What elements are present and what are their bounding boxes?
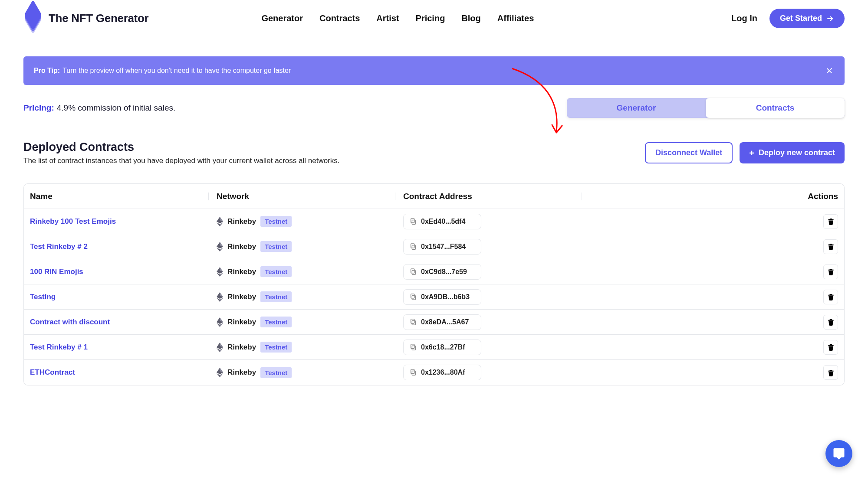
th-actions: Actions (590, 192, 838, 201)
nav-link-generator[interactable]: Generator (261, 13, 303, 23)
network-badge: Testnet (260, 342, 292, 353)
copy-icon (410, 294, 417, 300)
copy-address-button[interactable]: 0x6c18...27Bf (403, 340, 481, 355)
network-badge: Testnet (260, 216, 292, 227)
network-badge: Testnet (260, 266, 292, 277)
th-network: Network (217, 192, 403, 201)
pro-tip-banner: Pro Tip:Turn the preview off when you do… (23, 56, 845, 85)
trash-icon (827, 369, 835, 376)
delete-contract-button[interactable] (823, 340, 838, 355)
contract-address: 0x1547...F584 (421, 243, 466, 251)
page-title: Deployed Contracts (23, 140, 340, 154)
network-badge: Testnet (260, 367, 292, 378)
copy-icon (410, 344, 417, 351)
contract-address: 0xEd40...5df4 (421, 218, 465, 225)
copy-icon (410, 243, 417, 250)
disconnect-wallet-button[interactable]: Disconnect Wallet (645, 142, 733, 163)
page-subtitle: The list of contract instances that you … (23, 157, 340, 165)
copy-address-button[interactable]: 0xC9d8...7e59 (403, 264, 481, 280)
contract-address: 0x1236...80Af (421, 369, 465, 376)
pricing-value: 4.9% commission of initial sales. (57, 103, 176, 112)
contracts-table: Name Network Contract Address Actions Ri… (23, 183, 845, 385)
delete-contract-button[interactable] (823, 239, 838, 254)
toggle-contracts[interactable]: Contracts (706, 98, 845, 118)
toggle-generator[interactable]: Generator (567, 98, 706, 118)
pro-tip-text: Turn the preview off when you don't need… (62, 67, 291, 74)
brand[interactable]: The NFT Generator (23, 9, 148, 28)
contract-name-link[interactable]: Testing (30, 293, 56, 301)
th-address: Contract Address (403, 192, 590, 201)
contract-name-link[interactable]: Contract with discount (30, 318, 110, 326)
ethereum-icon (217, 292, 223, 302)
table-row: Test Rinkeby # 2 Rinkeby Testnet 0x1547.… (24, 234, 844, 259)
contract-address: 0x6c18...27Bf (421, 343, 465, 351)
trash-icon (827, 293, 835, 300)
view-toggle: Generator Contracts (567, 98, 845, 118)
copy-icon (410, 319, 417, 326)
network-name: Rinkeby (227, 318, 256, 327)
pricing-text: Pricing:4.9% commission of initial sales… (23, 103, 175, 113)
network-name: Rinkeby (227, 293, 256, 301)
ethereum-icon (217, 368, 223, 377)
delete-contract-button[interactable] (823, 315, 838, 330)
ethereum-icon (217, 343, 223, 352)
login-link[interactable]: Log In (731, 13, 757, 23)
delete-contract-button[interactable] (823, 365, 838, 380)
close-tip-button[interactable] (825, 64, 834, 77)
contract-address: 0x8eDA...5A67 (421, 318, 469, 326)
deploy-new-contract-label: Deploy new contract (759, 148, 835, 157)
table-row: Testing Rinkeby Testnet 0xA9DB...b6b3 (24, 284, 844, 310)
contract-name-link[interactable]: Test Rinkeby # 2 (30, 242, 88, 251)
table-row: Test Rinkeby # 1 Rinkeby Testnet 0x6c18.… (24, 335, 844, 360)
trash-icon (827, 318, 835, 326)
table-header: Name Network Contract Address Actions (24, 184, 844, 209)
th-name: Name (30, 192, 217, 201)
trash-icon (827, 243, 835, 250)
delete-contract-button[interactable] (823, 264, 838, 279)
navbar: The NFT Generator Generator Contracts Ar… (23, 0, 845, 37)
nav-right: Log In Get Started (731, 9, 845, 28)
nav-link-artist[interactable]: Artist (376, 13, 399, 23)
nav-link-contracts[interactable]: Contracts (319, 13, 360, 23)
copy-address-button[interactable]: 0xEd40...5df4 (403, 214, 481, 229)
network-name: Rinkeby (227, 242, 256, 251)
contract-address: 0xC9d8...7e59 (421, 268, 467, 276)
delete-contract-button[interactable] (823, 290, 838, 304)
nav-link-pricing[interactable]: Pricing (416, 13, 445, 23)
ethereum-icon (217, 242, 223, 251)
network-name: Rinkeby (227, 343, 256, 352)
contract-address: 0xA9DB...b6b3 (421, 293, 470, 301)
trash-icon (827, 343, 835, 351)
trash-icon (827, 268, 835, 275)
pricing-toggle-row: Pricing:4.9% commission of initial sales… (23, 98, 845, 118)
delete-contract-button[interactable] (823, 214, 838, 229)
copy-address-button[interactable]: 0x1236...80Af (403, 365, 481, 380)
contract-name-link[interactable]: ETHContract (30, 368, 75, 376)
nav-link-blog[interactable]: Blog (461, 13, 480, 23)
get-started-label: Get Started (780, 14, 822, 23)
contract-name-link[interactable]: 100 RIN Emojis (30, 268, 83, 276)
plus-icon: + (749, 149, 754, 157)
brand-name: The NFT Generator (49, 12, 148, 25)
contract-name-link[interactable]: Test Rinkeby # 1 (30, 343, 88, 351)
copy-address-button[interactable]: 0xA9DB...b6b3 (403, 289, 481, 305)
network-badge: Testnet (260, 291, 292, 302)
table-row: Contract with discount Rinkeby Testnet 0… (24, 310, 844, 335)
network-name: Rinkeby (227, 268, 256, 276)
copy-icon (410, 268, 417, 275)
copy-icon (410, 369, 417, 376)
network-name: Rinkeby (227, 368, 256, 377)
nav-link-affiliates[interactable]: Affiliates (497, 13, 534, 23)
nav-links: Generator Contracts Artist Pricing Blog … (261, 13, 534, 23)
logo-icon (23, 9, 43, 28)
trash-icon (827, 218, 835, 225)
close-icon (826, 68, 832, 74)
deploy-new-contract-button[interactable]: + Deploy new contract (740, 142, 845, 163)
pro-tip-label: Pro Tip: (34, 67, 60, 74)
copy-address-button[interactable]: 0x8eDA...5A67 (403, 314, 481, 330)
ethereum-icon (217, 267, 223, 277)
get-started-button[interactable]: Get Started (769, 9, 845, 28)
section-header: Deployed Contracts The list of contract … (23, 140, 845, 165)
contract-name-link[interactable]: Rinkeby 100 Test Emojis (30, 217, 116, 225)
copy-address-button[interactable]: 0x1547...F584 (403, 239, 481, 255)
